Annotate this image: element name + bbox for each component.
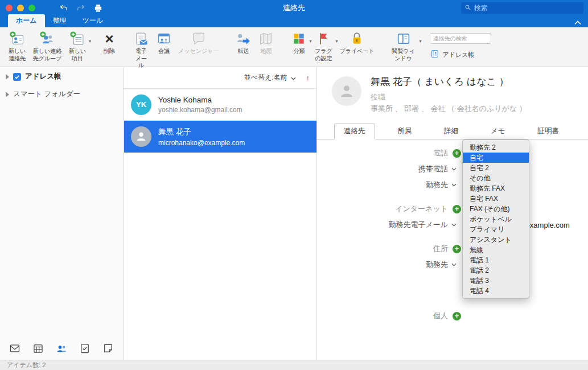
meeting-button[interactable]: 会議 xyxy=(153,30,175,55)
status-bar: アイテム数: 2 xyxy=(0,360,588,370)
delete-button[interactable]: × 削除 xyxy=(98,30,121,55)
add-address-button[interactable]: + xyxy=(453,245,461,253)
new-item-icon xyxy=(69,30,85,48)
contact-email: yoshie.kohama@gmail.com xyxy=(158,106,242,114)
contact-row[interactable]: YK Yoshie Kohama yoshie.kohama@gmail.com xyxy=(124,89,316,121)
messenger-button: メッセンジャー xyxy=(175,30,221,55)
job-title-placeholder[interactable]: 役職 xyxy=(371,92,527,103)
mobile-label-picker[interactable] xyxy=(451,167,457,171)
forward-icon xyxy=(235,30,251,48)
mobile-phone-row: 携帯電話 xyxy=(317,161,588,177)
contact-email: microhanako@example.com xyxy=(158,139,245,147)
menu-item[interactable]: 電話 2 xyxy=(463,265,529,276)
detail-tabs: 連絡先 所属 詳細 メモ 証明書 xyxy=(317,124,588,139)
menu-item-selected[interactable]: 自宅 xyxy=(463,153,529,163)
new-contact-button[interactable]: 新しい連絡先 xyxy=(5,30,30,62)
main-area: アドレス帳 スマート フォルダー 並べ替え:名前 ↑ YK xyxy=(0,67,588,360)
menu-item[interactable]: 勤務先 2 xyxy=(463,142,529,153)
forward-button[interactable]: 転送 xyxy=(232,30,254,55)
close-window-button[interactable] xyxy=(6,5,13,11)
disclosure-triangle-icon[interactable] xyxy=(6,74,9,80)
add-internet-button[interactable]: + xyxy=(453,205,461,213)
checkbox-checked-icon[interactable] xyxy=(13,73,21,81)
menu-item[interactable]: アシスタント xyxy=(463,235,529,245)
search-icon xyxy=(464,4,471,13)
menu-item[interactable]: 勤務先 FAX xyxy=(463,183,529,194)
contact-name: Yoshie Kohama xyxy=(158,96,242,104)
contact-search-input[interactable] xyxy=(430,33,491,44)
sort-header: 並べ替え:名前 ↑ xyxy=(124,67,316,89)
chevron-down-icon: ▾ xyxy=(89,39,91,44)
add-personal-button[interactable]: + xyxy=(453,312,461,320)
phone-label-menu: 勤務先 2 自宅 自宅 2 その他 勤務先 FAX 自宅 FAX FAX (その… xyxy=(462,139,529,299)
disclosure-triangle-icon[interactable] xyxy=(6,92,9,97)
window-controls xyxy=(6,5,35,11)
ribbon-toolbar: 新しい連絡先 新しい連絡先グループ 新しい項目 ▾ × 削除 電子メール 会議 … xyxy=(0,27,588,67)
email-button[interactable]: 電子メール xyxy=(130,30,153,69)
minimize-window-button[interactable] xyxy=(17,5,24,11)
calendar-module-icon[interactable] xyxy=(32,343,44,354)
tab-tools[interactable]: ツール xyxy=(75,14,112,27)
tab-organize[interactable]: 整理 xyxy=(45,14,75,27)
sort-direction-icon[interactable]: ↑ xyxy=(306,73,310,82)
mail-module-icon[interactable] xyxy=(9,343,20,354)
tab-details[interactable]: 詳細 xyxy=(434,124,468,139)
reading-pane-button[interactable]: 閲覧ウィンドウ ▾ xyxy=(386,30,421,62)
chevron-down-icon[interactable] xyxy=(291,73,296,82)
tasks-module-icon[interactable] xyxy=(79,343,91,354)
map-icon xyxy=(258,30,274,48)
work-email-label-picker[interactable] xyxy=(451,223,457,227)
contact-photo[interactable] xyxy=(332,76,361,106)
personal-section-row: 個人 + xyxy=(317,308,588,324)
private-button[interactable]: プライベート xyxy=(336,30,377,55)
avatar xyxy=(131,126,151,147)
lock-icon xyxy=(349,30,364,48)
tab-certificates[interactable]: 証明書 xyxy=(528,124,569,139)
sidebar-item-address-book[interactable]: アドレス帳 xyxy=(0,67,124,85)
address-book-button[interactable]: アドレス帳 xyxy=(430,49,491,60)
new-contact-group-button[interactable]: 新しい連絡先グループ xyxy=(30,30,65,62)
menu-item[interactable]: 無線 xyxy=(463,245,529,255)
print-icon[interactable] xyxy=(93,3,103,13)
menu-item[interactable]: プライマリ xyxy=(463,224,529,235)
person-icon xyxy=(135,130,147,144)
sort-by-control[interactable]: 並べ替え:名前 xyxy=(244,73,287,83)
sidebar-item-smart-folders[interactable]: スマート フォルダー xyxy=(0,85,124,102)
internet-section-row: インターネット + xyxy=(317,201,588,217)
contact-row-selected[interactable]: 舞黒 花子 microhanako@example.com xyxy=(124,121,316,153)
categorize-button[interactable]: 分類 ▾ xyxy=(287,30,310,55)
menu-item[interactable]: その他 xyxy=(463,173,529,183)
work-address-label-picker[interactable] xyxy=(451,263,457,266)
new-item-button[interactable]: 新しい項目 ▾ xyxy=(65,30,90,62)
menu-item[interactable]: 自宅 FAX xyxy=(463,194,529,204)
undo-icon[interactable] xyxy=(59,3,68,13)
menu-item[interactable]: 電話 1 xyxy=(463,255,529,265)
tab-contact[interactable]: 連絡先 xyxy=(334,124,375,139)
outlook-window: 連絡先 検索 ホーム 整理 ツール 新しい連絡先 新しい連絡先グループ 新しい項… xyxy=(0,0,588,370)
global-search-field[interactable]: 検索 xyxy=(461,2,583,14)
flag-button[interactable]: フラグの設定 ▾ xyxy=(310,30,336,62)
work-phone-label-picker[interactable] xyxy=(451,183,457,187)
menu-item[interactable]: FAX (その他) xyxy=(463,204,529,214)
email-icon xyxy=(133,30,149,48)
tab-affiliation[interactable]: 所属 xyxy=(388,124,421,139)
address-section-row: 住所 + xyxy=(317,241,588,257)
work-address-row: 勤務先 xyxy=(317,257,588,273)
tab-notes[interactable]: メモ xyxy=(481,124,515,139)
menu-item[interactable]: ポケットベル xyxy=(463,214,529,224)
organization-placeholder[interactable]: 事業所 、 部署 、 会社 （ 会社名のふりがな ） xyxy=(371,103,527,114)
avatar: YK xyxy=(131,94,151,115)
menu-item[interactable]: 電話 3 xyxy=(463,276,529,286)
menu-item[interactable]: 電話 4 xyxy=(463,286,529,296)
contact-header: 舞黒 花子（ まいくろ はなこ ） 役職 事業所 、 部署 、 会社 （ 会社名… xyxy=(317,67,588,114)
tab-home[interactable]: ホーム xyxy=(8,14,45,27)
add-phone-button[interactable]: + xyxy=(453,149,461,158)
zoom-window-button[interactable] xyxy=(28,5,35,11)
notes-module-icon[interactable] xyxy=(102,343,114,354)
new-contact-icon xyxy=(9,30,25,48)
contact-full-name[interactable]: 舞黒 花子（ まいくろ はなこ ） xyxy=(371,76,527,88)
people-module-icon[interactable] xyxy=(56,343,67,354)
collapse-ribbon-icon[interactable] xyxy=(574,18,581,27)
menu-item[interactable]: 自宅 2 xyxy=(463,163,529,173)
chevron-down-icon: ▾ xyxy=(420,39,422,44)
